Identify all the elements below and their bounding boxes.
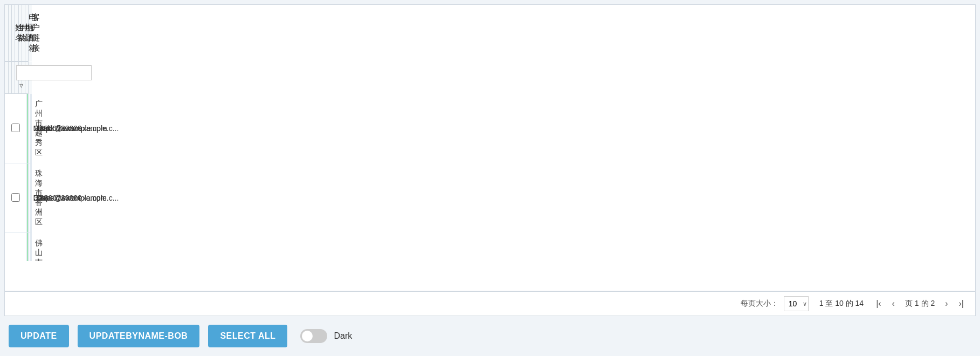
row-link: https://www.example.c... [31, 163, 32, 233]
filter-icon: ▿ [19, 81, 23, 90]
page-range-text: 1 至 10 的 14 [819, 299, 864, 309]
page-size-select[interactable]: 10 20 50 [784, 296, 809, 311]
table-body-scroll[interactable]: Mask28广州市越秀区13300133000Mask@example.comh… [5, 94, 975, 261]
prev-page-button[interactable]: ‹ [889, 298, 898, 309]
page-size-label: 每页大小： [741, 299, 778, 309]
page-label: 页 1 的 2 [905, 299, 935, 309]
table-scroll-wrapper: 姓名 年龄 地址 电话 电子邮箱 客户链接 ▿ [5, 5, 975, 261]
row-checkbox-cell[interactable] [5, 163, 26, 233]
row-checkbox[interactable] [11, 124, 20, 132]
row-checkbox-cell[interactable] [5, 94, 26, 163]
age-filter-input[interactable] [16, 65, 92, 80]
table-filter-row: ▿ [5, 62, 32, 94]
table-row: Dave32珠海市香洲区13300133000Dave@example.comh… [5, 163, 32, 233]
row-link: https://www.example.c... [31, 233, 32, 261]
update-button[interactable]: UPDATE [9, 325, 69, 347]
next-page-button[interactable]: › [942, 298, 950, 309]
table-header-row: 姓名 年龄 地址 电话 电子邮箱 客户链接 [5, 5, 32, 62]
pagination-bar: 每页大小： 10 20 50 1 至 10 的 14 |‹ ‹ 页 1 的 2 … [4, 291, 976, 316]
update-by-name-button[interactable]: UPDATEBYNAME-BOB [78, 325, 200, 347]
select-all-button[interactable]: SELECT ALL [208, 325, 287, 347]
row-checkbox-cell[interactable] [5, 233, 26, 261]
table-row: Mask28广州市越秀区13300133000Mask@example.comh… [5, 94, 32, 163]
last-page-button[interactable]: ›| [956, 298, 967, 309]
dark-mode-toggle[interactable] [300, 329, 327, 343]
row-checkbox[interactable] [11, 193, 20, 202]
bottom-toolbar: UPDATE UPDATEBYNAME-BOB SELECT ALL Dark [0, 316, 980, 356]
page-size-wrapper: 10 20 50 [784, 296, 810, 311]
first-page-button[interactable]: |‹ [873, 298, 884, 309]
toggle-slider [300, 329, 327, 343]
dark-mode-label: Dark [334, 331, 352, 341]
dark-mode-toggle-wrapper: Dark [300, 329, 352, 343]
row-link: https://www.example.c... [31, 94, 32, 163]
table-row: Eve24佛山市禅城区13200132000Eve@example.comhtt… [5, 233, 32, 261]
data-table-container: 姓名 年龄 地址 电话 电子邮箱 客户链接 ▿ [4, 4, 976, 291]
table-body: Mask28广州市越秀区13300133000Mask@example.comh… [5, 94, 32, 261]
